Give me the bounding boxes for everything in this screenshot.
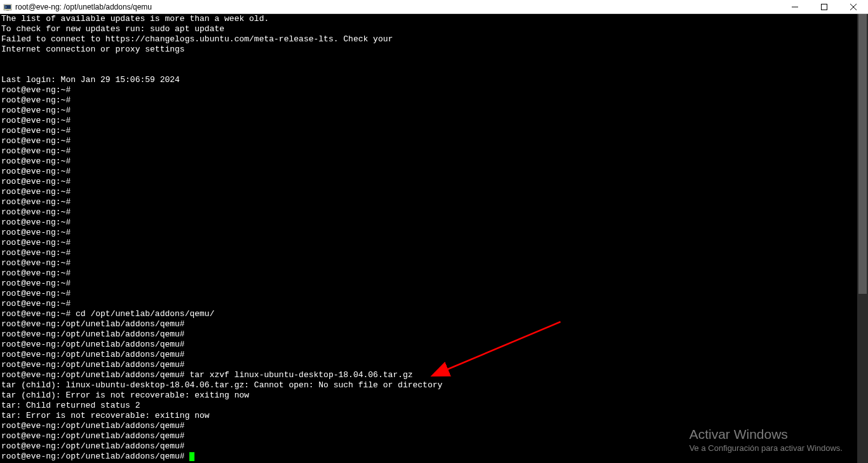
svg-rect-1 [4,5,11,9]
titlebar[interactable]: root@eve-ng: /opt/unetlab/addons/qemu [0,0,868,14]
svg-rect-4 [822,4,827,10]
putty-window: root@eve-ng: /opt/unetlab/addons/qemu Th… [0,0,868,463]
scrollbar[interactable] [857,14,868,463]
minimize-button[interactable] [780,0,810,13]
maximize-button[interactable] [810,0,839,13]
putty-icon [3,2,13,12]
close-button[interactable] [839,0,868,13]
window-title: root@eve-ng: /opt/unetlab/addons/qemu [15,3,780,11]
window-controls [780,0,868,13]
scrollbar-thumb[interactable] [858,14,867,294]
terminal[interactable]: The list of available updates is more th… [0,14,868,463]
terminal-content[interactable]: The list of available updates is more th… [0,14,868,462]
cursor [189,452,194,461]
svg-rect-2 [6,10,9,11]
